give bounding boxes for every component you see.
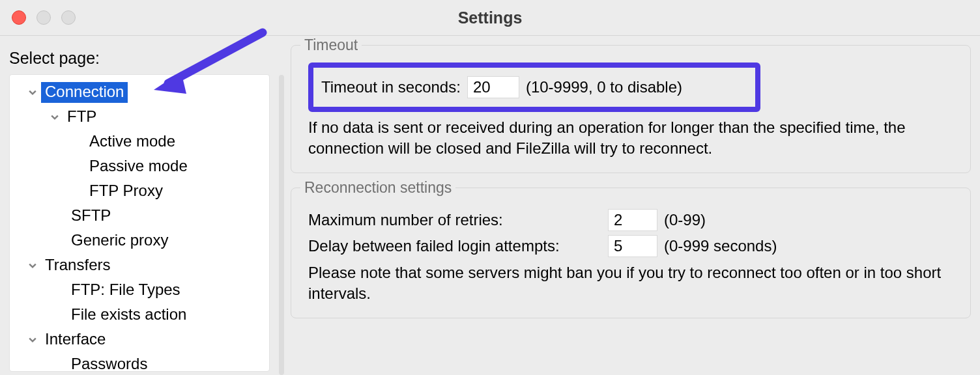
tree-item-ftp[interactable]: FTP [10,105,269,130]
tree-item-label: FTP Proxy [85,181,167,202]
retries-range: (0-99) [664,211,706,229]
sidebar-heading: Select page: [9,49,270,68]
tree-item-label: Generic proxy [67,230,172,251]
tree-item-connection[interactable]: Connection [10,80,269,105]
minimize-window-button[interactable] [36,10,51,25]
timeout-label: Timeout in seconds: [321,78,461,96]
tree-item-ftp-proxy[interactable]: FTP Proxy [10,179,269,204]
timeout-input[interactable] [467,76,519,98]
delay-input[interactable] [608,235,657,257]
zoom-window-button[interactable] [61,10,76,25]
tree-item-label: Transfers [41,255,114,276]
tree-item-active-mode[interactable]: Active mode [10,130,269,154]
retries-input[interactable] [608,209,657,231]
chevron-down-icon[interactable] [24,257,41,274]
titlebar: Settings [0,0,980,35]
tree-item-label: FTP: File Types [67,280,184,301]
delay-range: (0-999 seconds) [664,237,777,255]
chevron-down-icon[interactable] [24,84,41,101]
tree-item-label: Passwords [67,354,151,372]
retries-label: Maximum number of retries: [308,211,601,229]
group-timeout: Timeout Timeout in seconds: (10-9999, 0 … [291,45,971,173]
close-window-button[interactable] [12,10,26,25]
tree-item-sftp[interactable]: SFTP [10,204,269,229]
tree-item-label: Connection [41,82,128,103]
tree-item-label: File exists action [67,305,190,326]
tree-item-label: Active mode [85,132,179,152]
splitter[interactable] [278,36,285,375]
sidebar: Select page: Connection FTP Active mode … [0,36,278,375]
tree-item-transfers[interactable]: Transfers [10,253,269,278]
annotation-highlight: Timeout in seconds: (10-9999, 0 to disab… [308,62,760,112]
chevron-down-icon[interactable] [46,109,63,126]
timeout-description: If no data is sent or received during an… [308,117,953,160]
tree-item-passwords[interactable]: Passwords [10,352,269,372]
tree-item-file-exists-action[interactable]: File exists action [10,303,269,327]
tree-item-label: Interface [41,329,109,350]
settings-content: Timeout Timeout in seconds: (10-9999, 0 … [285,36,980,375]
window-title: Settings [0,8,980,27]
tree-item-generic-proxy[interactable]: Generic proxy [10,229,269,253]
tree-item-passive-mode[interactable]: Passive mode [10,154,269,179]
tree-item-label: Passive mode [85,156,192,177]
tree-item-label: SFTP [67,206,115,227]
timeout-range: (10-9999, 0 to disable) [526,78,682,96]
window-controls [12,10,76,25]
tree-item-ftp-file-types[interactable]: FTP: File Types [10,278,269,303]
settings-tree[interactable]: Connection FTP Active mode Passive mode … [9,74,270,372]
group-legend: Reconnection settings [300,178,455,196]
delay-label: Delay between failed login attempts: [308,237,601,255]
reconnection-description: Please note that some servers might ban … [308,262,953,305]
chevron-down-icon[interactable] [24,331,41,348]
tree-item-label: FTP [63,107,100,128]
tree-item-interface[interactable]: Interface [10,327,269,352]
group-reconnection: Reconnection settings Maximum number of … [291,188,971,318]
group-legend: Timeout [300,36,362,54]
